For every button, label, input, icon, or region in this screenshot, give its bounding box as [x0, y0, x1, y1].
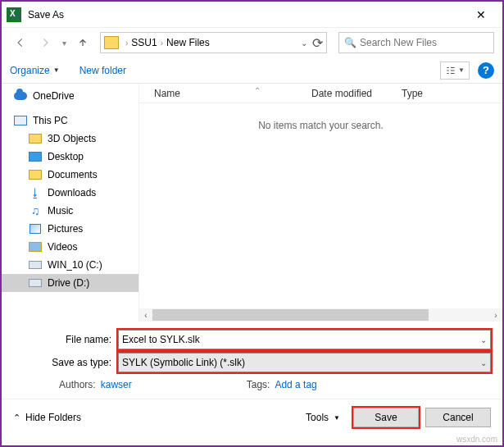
- drive-icon: [29, 279, 42, 287]
- chevron-down-icon[interactable]: ⌄: [480, 358, 487, 367]
- column-type[interactable]: Type: [402, 88, 502, 99]
- chevron-right-icon: ›: [125, 39, 128, 48]
- toolbar: Organize▼ New folder ▼ ?: [2, 57, 502, 84]
- authors-value[interactable]: kawser: [101, 379, 132, 390]
- savetype-label: Save as type:: [13, 357, 118, 368]
- folder-icon: [104, 36, 119, 49]
- caret-up-icon: ⌃: [13, 413, 20, 423]
- sort-indicator-icon: ⌃: [254, 86, 261, 95]
- search-icon: 🔍: [344, 37, 356, 48]
- watermark: wsxdn.com: [456, 435, 497, 444]
- form-area: File name: Excel to SYLK.slk⌄ Save as ty…: [2, 322, 502, 399]
- documents-icon: [29, 170, 42, 180]
- empty-message: No items match your search.: [139, 103, 502, 148]
- folder-icon: [29, 134, 42, 144]
- music-icon: ♫: [28, 204, 43, 217]
- tree-drived[interactable]: Drive (D:): [2, 274, 138, 292]
- tree-pictures[interactable]: Pictures: [2, 220, 138, 238]
- downloads-icon: ⭳: [28, 186, 43, 199]
- title-bar: Save As ✕: [2, 2, 502, 28]
- filename-input[interactable]: Excel to SYLK.slk⌄: [118, 330, 491, 349]
- tree-downloads[interactable]: ⭳Downloads: [2, 184, 138, 202]
- scroll-left-icon[interactable]: ‹: [139, 311, 152, 320]
- filename-label: File name:: [13, 334, 118, 345]
- column-header[interactable]: Name⌃ Date modified Type: [139, 84, 502, 103]
- hide-folders-button[interactable]: ⌃Hide Folders: [13, 412, 81, 423]
- forward-button: [34, 32, 56, 53]
- up-button[interactable]: [72, 32, 93, 53]
- tree-documents[interactable]: Documents: [2, 166, 138, 184]
- videos-icon: [29, 242, 42, 252]
- newfolder-button[interactable]: New folder: [79, 65, 126, 76]
- cloud-icon: [14, 92, 27, 100]
- save-button[interactable]: Save: [353, 408, 419, 427]
- cancel-button[interactable]: Cancel: [425, 408, 491, 427]
- authors-label: Authors:: [59, 379, 96, 390]
- close-button[interactable]: ✕: [465, 8, 497, 21]
- chevron-right-icon: ›: [161, 39, 163, 48]
- view-button[interactable]: ▼: [440, 62, 470, 80]
- tree-videos[interactable]: Videos: [2, 238, 138, 256]
- tags-label: Tags:: [247, 379, 270, 390]
- desktop-icon: [29, 152, 42, 162]
- savetype-select[interactable]: SYLK (Symbolic Link) (*.slk)⌄: [118, 353, 491, 372]
- pictures-icon: [30, 224, 41, 234]
- address-bar[interactable]: › SSU1 › New Files ⌄ ⟳: [100, 32, 327, 53]
- address-dropdown[interactable]: ⌄: [301, 39, 307, 48]
- column-name[interactable]: Name⌃: [139, 88, 311, 99]
- back-button[interactable]: [10, 32, 31, 53]
- body: OneDrive This PC 3D Objects Desktop Docu…: [2, 84, 502, 322]
- tree-desktop[interactable]: Desktop: [2, 148, 138, 166]
- tools-button[interactable]: Tools▼: [306, 412, 340, 423]
- scroll-thumb[interactable]: [152, 309, 429, 321]
- tree-win10[interactable]: WIN_10 (C:): [2, 256, 138, 274]
- breadcrumb-seg1[interactable]: SSU1: [131, 37, 157, 48]
- tree-thispc[interactable]: This PC: [2, 112, 138, 130]
- organize-button[interactable]: Organize▼: [10, 65, 60, 76]
- dialog-title: Save As: [28, 9, 465, 21]
- file-list: Name⌃ Date modified Type No items match …: [139, 84, 502, 322]
- drive-icon: [29, 261, 42, 269]
- tree-3dobjects[interactable]: 3D Objects: [2, 130, 138, 148]
- nav-tree[interactable]: OneDrive This PC 3D Objects Desktop Docu…: [2, 84, 139, 322]
- horizontal-scrollbar[interactable]: ‹ ›: [139, 308, 502, 322]
- footer: ⌃Hide Folders Tools▼ Save Cancel: [2, 399, 502, 436]
- chevron-down-icon[interactable]: ⌄: [480, 335, 487, 344]
- nav-row: ▾ › SSU1 › New Files ⌄ ⟳ 🔍: [2, 28, 502, 57]
- search-input[interactable]: [360, 37, 488, 48]
- recent-dropdown[interactable]: ▾: [59, 32, 69, 53]
- column-date[interactable]: Date modified: [311, 88, 402, 99]
- tags-value[interactable]: Add a tag: [275, 379, 316, 390]
- breadcrumb-seg2[interactable]: New Files: [166, 37, 210, 48]
- tree-onedrive[interactable]: OneDrive: [2, 87, 138, 105]
- excel-icon: [7, 7, 21, 22]
- pc-icon: [14, 116, 27, 125]
- search-box[interactable]: 🔍: [338, 32, 494, 53]
- refresh-button[interactable]: ⟳: [312, 35, 323, 51]
- help-button[interactable]: ?: [478, 62, 494, 79]
- tree-music[interactable]: ♫Music: [2, 202, 138, 220]
- scroll-right-icon[interactable]: ›: [489, 311, 502, 320]
